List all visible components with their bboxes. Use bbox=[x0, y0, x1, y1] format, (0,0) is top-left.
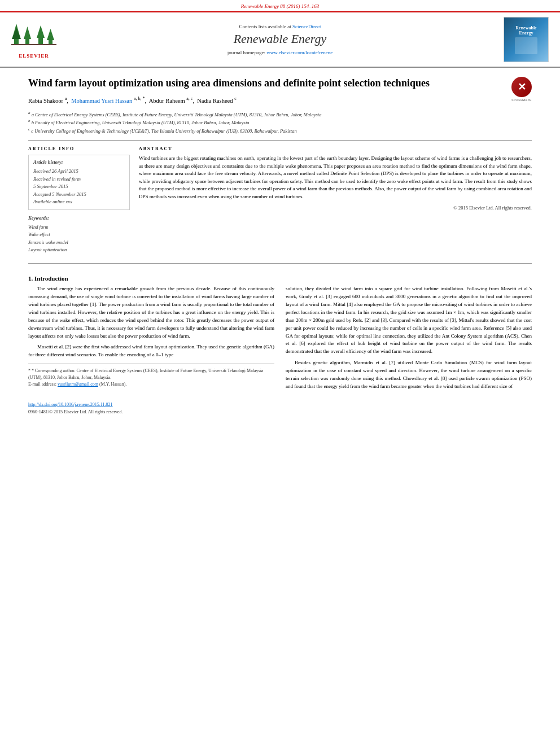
footnote-email-link[interactable]: yusrilutm@gmail.com bbox=[58, 382, 98, 387]
elsevier-wordmark: ELSEVIER bbox=[19, 53, 49, 59]
svg-marker-8 bbox=[47, 29, 54, 40]
affiliation-b: b b Faculty of Electrical Engineering, U… bbox=[28, 118, 532, 126]
keyword-item: Jensen's wake model bbox=[28, 239, 130, 247]
crossmark-badge[interactable]: ✕ CrossMark bbox=[511, 77, 532, 102]
body-two-columns: The wind energy has experienced a remark… bbox=[28, 285, 532, 394]
sciencedirect-line: Contents lists available at ScienceDirec… bbox=[68, 24, 492, 29]
footnote-email: E-mail address: yusrilutm@gmail.com (M.Y… bbox=[28, 381, 274, 388]
copyright-line: © 2015 Elsevier Ltd. All rights reserved… bbox=[139, 205, 532, 211]
keyword-item: Layout optimization bbox=[28, 246, 130, 254]
sciencedirect-link[interactable]: ScienceDirect bbox=[292, 24, 321, 29]
intro-para-2: Mosetti et al. [2] were the first who ad… bbox=[28, 343, 274, 359]
svg-marker-2 bbox=[12, 28, 21, 39]
body-left-column: The wind energy has experienced a remark… bbox=[28, 285, 274, 394]
elsevier-tree-icon bbox=[11, 21, 56, 52]
doi-section: http://dx.doi.org/10.1016/j.renene.2015.… bbox=[0, 400, 560, 409]
journal-masthead: ELSEVIER Contents lists available at Sci… bbox=[0, 12, 560, 68]
journal-center-header: Contents lists available at ScienceDirec… bbox=[68, 17, 492, 62]
body-right-column: solution, they divided the wind farm int… bbox=[286, 285, 532, 394]
issn-line: 0960-1481/© 2015 Elsevier Ltd. All right… bbox=[0, 409, 560, 418]
keywords-box: Keywords: Wind farm Wake effect Jensen's… bbox=[28, 215, 130, 254]
footnote-section: * * Corresponding author. Centre of Elec… bbox=[28, 364, 274, 388]
affiliations: a a Centre of Electrical Energy Systems … bbox=[28, 110, 532, 135]
crossmark-icon: ✕ bbox=[511, 77, 532, 97]
svg-rect-5 bbox=[38, 38, 43, 45]
journal-homepage-line: journal homepage: www.elsevier.com/locat… bbox=[68, 50, 492, 55]
svg-rect-3 bbox=[25, 39, 29, 45]
crossmark-label: CrossMark bbox=[511, 98, 532, 102]
doi-link[interactable]: http://dx.doi.org/10.1016/j.renene.2015.… bbox=[28, 402, 113, 407]
abstract-label: ABSTRACT bbox=[139, 146, 532, 151]
intro-para-1: The wind energy has experienced a remark… bbox=[28, 285, 274, 340]
paper-section: ✕ CrossMark Wind farm layout optimizatio… bbox=[0, 68, 560, 263]
journal-citation: Renewable Energy 88 (2016) 154–163 bbox=[0, 0, 560, 12]
homepage-link[interactable]: www.elsevier.com/locate/renene bbox=[266, 50, 333, 55]
journal-title-masthead: Renewable Energy bbox=[68, 32, 492, 46]
keywords-list: Wind farm Wake effect Jensen's wake mode… bbox=[28, 224, 130, 254]
svg-marker-6 bbox=[37, 25, 45, 38]
intro-para-right-1: solution, they divided the wind farm int… bbox=[286, 285, 532, 356]
svg-marker-4 bbox=[24, 27, 31, 39]
article-history-box: Article history: Received 26 April 2015 … bbox=[28, 155, 130, 210]
paper-title: Wind farm layout optimization using area… bbox=[28, 77, 452, 90]
section-divider bbox=[28, 140, 532, 141]
keyword-item: Wake effect bbox=[28, 231, 130, 239]
author-link-hassan[interactable]: Mohammad Yusri Hassan bbox=[71, 98, 132, 104]
journal-logo-right: Renewable Energy bbox=[498, 17, 554, 62]
main-body: 1. Introduction The wind energy has expe… bbox=[0, 264, 560, 400]
article-info-label: ARTICLE INFO bbox=[28, 146, 130, 151]
footnote-corresponding: * * Corresponding author. Centre of Elec… bbox=[28, 368, 274, 381]
renewable-energy-logo: Renewable Energy bbox=[504, 17, 549, 62]
authors-line: Rabia Shakoor a, Mohammad Yusri Hassan a… bbox=[28, 95, 532, 105]
elsevier-logo-area: ELSEVIER bbox=[6, 17, 62, 62]
abstract-column: ABSTRACT Wind turbines are the biggest r… bbox=[139, 146, 532, 254]
article-info-column: ARTICLE INFO Article history: Received 2… bbox=[28, 146, 130, 254]
keyword-item: Wind farm bbox=[28, 224, 130, 231]
info-abstract-section: ARTICLE INFO Article history: Received 2… bbox=[28, 146, 532, 254]
abstract-text: Wind turbines are the biggest rotating m… bbox=[139, 155, 532, 200]
affiliation-c: c c University College of Engineering & … bbox=[28, 126, 532, 135]
introduction-heading: 1. Introduction bbox=[28, 275, 532, 282]
intro-para-right-2: Besides genetic algorithm, Marmidis et a… bbox=[286, 359, 532, 391]
affiliation-a: a a Centre of Electrical Energy Systems … bbox=[28, 110, 532, 119]
